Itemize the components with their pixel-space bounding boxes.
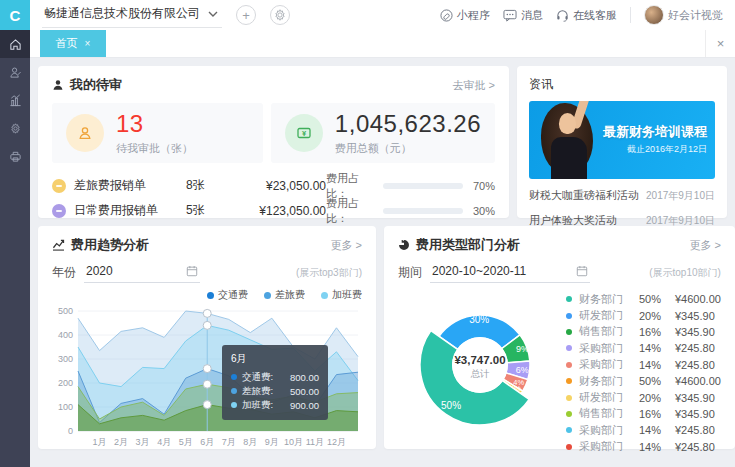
total-amount-value: 1,045,623.26 xyxy=(335,110,481,138)
trend-chart[interactable]: 01002003004005001月2月3月4月5月6月7月8月9月10月11月… xyxy=(52,303,362,457)
svg-text:4月: 4月 xyxy=(157,437,171,447)
dept-list-row[interactable]: 研发部门20%¥345.90 xyxy=(566,389,721,405)
svg-text:5月: 5月 xyxy=(179,437,193,447)
donut-chart[interactable]: 30%9%6%4%1%50%¥3,747.00总计 xyxy=(398,285,564,443)
dept-name: 研发部门 xyxy=(579,390,639,405)
news-banner[interactable]: 最新财务培训课程 截止2016年2月12日 xyxy=(529,101,715,179)
company-selector[interactable]: 畅捷通信息技术股份有限公司 xyxy=(42,2,222,28)
dept-dot xyxy=(566,444,572,450)
dept-name: 财务部门 xyxy=(579,292,639,307)
tooltip-row: 差旅费:500.00 xyxy=(231,384,319,398)
tab-home-label: 首页 xyxy=(56,36,78,51)
dept-percent: 14% xyxy=(639,342,675,354)
trend-legend: 交通费差旅费加班费 xyxy=(52,288,362,302)
add-button[interactable]: + xyxy=(236,5,256,25)
pending-count-label: 待我审批（张） xyxy=(116,141,193,156)
tooltip-title: 6月 xyxy=(231,352,319,366)
period-input[interactable]: 2020-10~2020-11 xyxy=(430,262,590,283)
pending-user-icon xyxy=(66,114,104,152)
ratio-label: 费用占比： xyxy=(326,196,377,226)
trend-more-link[interactable]: 更多 > xyxy=(331,238,362,253)
news-item[interactable]: 财税大咖重磅福利活动2017年9月10日 xyxy=(529,183,715,208)
app-logo[interactable]: C xyxy=(0,0,30,30)
dept-list-row[interactable]: 采购部门14%¥245.80 xyxy=(566,439,721,455)
tooltip-dot xyxy=(231,402,237,408)
sidebar-item-print[interactable] xyxy=(0,142,30,170)
dept-list-row[interactable]: 采购部门14%¥245.80 xyxy=(566,422,721,438)
person-icon xyxy=(52,79,64,91)
dept-percent: 14% xyxy=(639,441,675,453)
svg-text:12月: 12月 xyxy=(327,437,346,447)
legend-dot xyxy=(264,292,271,299)
dept-amount: ¥345.90 xyxy=(675,408,715,420)
sidebar-item-home[interactable] xyxy=(0,30,30,58)
year-label: 年份 xyxy=(52,264,76,281)
legend-item[interactable]: 加班费 xyxy=(321,288,362,302)
logo-letter: C xyxy=(10,7,21,24)
svg-text:30%: 30% xyxy=(469,314,489,325)
dept-name: 采购部门 xyxy=(579,341,639,356)
messages-button[interactable]: 消息 xyxy=(503,8,543,23)
dept-dot xyxy=(566,395,572,401)
mini-program-button[interactable]: 小程序 xyxy=(440,8,490,23)
dept-amount: ¥345.90 xyxy=(675,310,715,322)
sidebar-item-reports[interactable] xyxy=(0,86,30,114)
news-item-date: 2017年9月10日 xyxy=(646,189,715,203)
dept-list-row[interactable]: 销售部门16%¥345.90 xyxy=(566,406,721,422)
tab-close-icon[interactable]: × xyxy=(85,38,91,49)
pending-row[interactable]: 日常费用报销单5张¥123,050.00费用占比：30% xyxy=(52,198,495,223)
tab-home[interactable]: 首页 × xyxy=(40,30,106,57)
app-root: C 畅捷通信息技术股份有限公司 + 小程序 消息 在线客服 xyxy=(0,0,735,467)
dept-amount: ¥4600.00 xyxy=(675,293,721,305)
expense-type-dot xyxy=(52,204,66,218)
svg-text:6月: 6月 xyxy=(200,437,214,447)
dept-list-row[interactable]: 销售部门16%¥345.90 xyxy=(566,324,721,340)
pending-card-title: 我的待审 xyxy=(70,76,122,94)
dept-dot xyxy=(566,296,572,302)
message-icon xyxy=(503,9,517,22)
dept-name: 采购部门 xyxy=(579,439,639,454)
dept-list-row[interactable]: 财务部门50%¥4600.00 xyxy=(566,373,721,389)
dept-list-row[interactable]: 财务部门50%¥4600.00 xyxy=(566,291,721,307)
settings-button[interactable] xyxy=(270,5,290,25)
tabbar-close-button[interactable]: × xyxy=(705,30,735,57)
legend-item[interactable]: 交通费 xyxy=(207,288,248,302)
legend-label: 加班费 xyxy=(332,288,362,302)
svg-text:1月: 1月 xyxy=(93,437,107,447)
pending-rows: 差旅费报销单8张¥23,050.00费用占比：70%日常费用报销单5张¥123,… xyxy=(52,173,495,223)
svg-text:6%: 6% xyxy=(516,365,529,375)
dept-more-link[interactable]: 更多 > xyxy=(689,238,720,253)
dept-dot xyxy=(566,378,572,384)
expense-count: 5张 xyxy=(186,202,236,219)
banner-title: 最新财务培训课程 xyxy=(603,123,707,141)
tooltip-label: 差旅费: xyxy=(242,385,273,398)
dept-list-row[interactable]: 研发部门20%¥345.90 xyxy=(566,307,721,323)
gear-icon xyxy=(274,9,286,21)
news-card-title: 资讯 xyxy=(529,76,553,93)
ratio-percent: 70% xyxy=(469,180,495,192)
svg-text:11月: 11月 xyxy=(306,437,324,447)
pending-row[interactable]: 差旅费报销单8张¥23,050.00费用占比：70% xyxy=(52,173,495,198)
legend-item[interactable]: 差旅费 xyxy=(264,288,305,302)
sidebar-item-approval[interactable] xyxy=(0,58,30,86)
support-button[interactable]: 在线客服 xyxy=(556,8,617,23)
dept-percent: 20% xyxy=(639,392,675,404)
svg-text:¥3,747.00: ¥3,747.00 xyxy=(454,354,505,366)
dept-analysis-card: 费用类型部门分析 更多 > 期间 2020-10~2020-11 (展示top1… xyxy=(384,226,735,449)
dept-list-row[interactable]: 采购部门14%¥245.80 xyxy=(566,340,721,356)
dept-list-row[interactable]: 采购部门14%¥245.80 xyxy=(566,357,721,373)
go-approve-link[interactable]: 去审批 > xyxy=(453,78,495,93)
sidebar-item-settings[interactable] xyxy=(0,114,30,142)
user-menu[interactable]: 好会计视觉 xyxy=(644,5,723,25)
ratio-percent: 30% xyxy=(469,205,495,217)
dept-card-title: 费用类型部门分析 xyxy=(416,236,520,254)
chevron-down-icon xyxy=(208,11,218,17)
close-icon: × xyxy=(717,36,725,51)
svg-text:2月: 2月 xyxy=(114,437,128,447)
ratio-group: 费用占比：30% xyxy=(326,196,495,226)
svg-text:总计: 总计 xyxy=(471,368,491,379)
gear-icon xyxy=(9,122,22,135)
year-input[interactable]: 2020 xyxy=(84,262,200,283)
legend-label: 交通费 xyxy=(218,288,248,302)
tooltip-dot xyxy=(231,374,237,380)
